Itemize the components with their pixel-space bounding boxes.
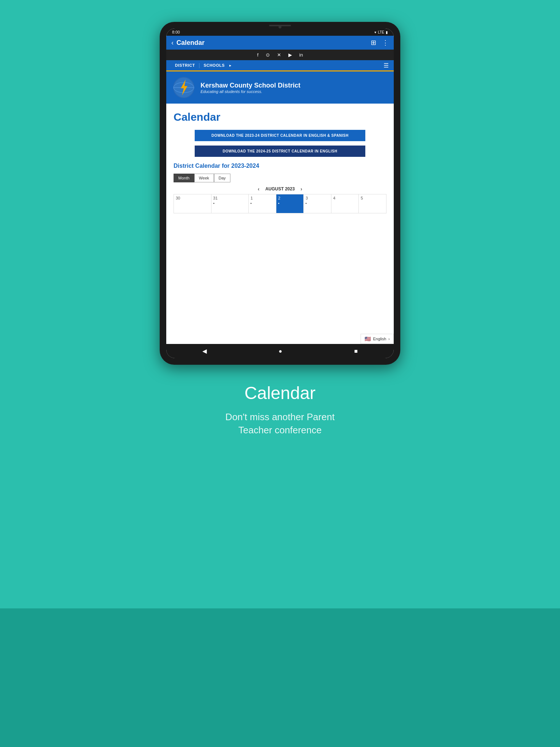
status-icons: ▾ LTE ▮ [374, 30, 388, 34]
home-nav-btn[interactable]: ● [279, 348, 282, 355]
youtube-icon[interactable]: ▶ [288, 52, 292, 58]
event-dot [278, 203, 279, 204]
section-title: District Calendar for 2023-2024 [174, 163, 386, 169]
hamburger-icon[interactable]: ☰ [384, 62, 389, 69]
nav-schools[interactable]: SCHOOLS ▸ [200, 60, 232, 70]
calendar-cell-1[interactable]: 1 [249, 194, 276, 213]
school-logo [173, 77, 195, 98]
date-31: 31 [213, 196, 247, 200]
calendar-cell-31[interactable]: 31 [211, 194, 249, 213]
app-header: ‹ Calendar ⊞ ⋮ [166, 36, 394, 50]
calendar-grid: 30 31 1 2 [174, 194, 386, 213]
calendar-view-controls: Month Week Day [174, 174, 386, 182]
school-info: Kershaw County School District Educating… [201, 82, 300, 94]
recents-nav-btn[interactable]: ■ [354, 348, 358, 355]
language-bar[interactable]: 🇺🇸 English › [361, 334, 394, 344]
us-flag-icon: 🇺🇸 [365, 336, 371, 342]
date-4: 4 [333, 196, 357, 200]
status-bar: 8:00 ▾ LTE ▮ [166, 28, 394, 36]
school-name: Kershaw County School District [201, 82, 300, 89]
nav-bar: DISTRICT | SCHOOLS ▸ ☰ [166, 60, 394, 71]
event-dot [306, 203, 307, 204]
download-btn-1[interactable]: DOWNLOAD THE 2023-24 DISTRICT CALENDAR I… [195, 130, 365, 141]
download-btn-2[interactable]: DOWNLOAD THE 2024-25 DISTRICT CALENDAR I… [195, 146, 365, 157]
school-header: Kershaw County School District Educating… [166, 71, 394, 104]
nav-schools-arrow: ▸ [229, 63, 232, 68]
event-dot [250, 203, 252, 204]
camera [279, 26, 281, 28]
social-bar: f ⊙ ✕ ▶ in [166, 50, 394, 60]
linkedin-icon[interactable]: in [299, 52, 303, 58]
twitter-icon[interactable]: ✕ [277, 52, 281, 58]
main-content: Calendar DOWNLOAD THE 2023-24 DISTRICT C… [166, 104, 394, 344]
calendar-cell-3[interactable]: 3 [304, 194, 331, 213]
school-motto: Educating all students for success. [201, 89, 300, 94]
calendar-row: 30 31 1 2 [174, 194, 386, 213]
calendar-cell-30[interactable]: 30 [174, 194, 211, 213]
app-title: Calendar [176, 39, 371, 47]
event-dot [213, 203, 214, 204]
next-month-btn[interactable]: › [300, 186, 302, 192]
facebook-icon[interactable]: f [257, 52, 258, 58]
calendar-cell-4[interactable]: 4 [331, 194, 359, 213]
tablet-device: 8:00 ▾ LTE ▮ ‹ Calendar ⊞ ⋮ f ⊙ ✕ ▶ in [160, 22, 400, 365]
day-view-btn[interactable]: Day [214, 174, 231, 182]
calendar-nav: ‹ AUGUST 2023 › [174, 186, 386, 192]
lte-label: LTE [378, 30, 384, 34]
filter-icon[interactable]: ⊞ [371, 39, 376, 47]
status-time: 8:00 [172, 30, 180, 34]
month-view-btn[interactable]: Month [174, 174, 194, 182]
nav-district[interactable]: DISTRICT [171, 60, 199, 70]
battery-icon: ▮ [386, 30, 388, 34]
wifi-icon: ▾ [374, 30, 376, 34]
more-icon[interactable]: ⋮ [382, 39, 389, 47]
calendar-cell-2-today[interactable]: 2 [276, 194, 304, 213]
month-year-label: AUGUST 2023 [265, 186, 295, 191]
date-2: 2 [278, 196, 302, 200]
date-1: 1 [250, 196, 274, 200]
back-button[interactable]: ‹ [171, 39, 174, 47]
instagram-icon[interactable]: ⊙ [266, 52, 270, 58]
bottom-app-desc: Don't miss another ParentTeacher confere… [225, 410, 335, 437]
date-3: 3 [306, 196, 329, 200]
header-icons: ⊞ ⋮ [371, 39, 389, 47]
page-title: Calendar [174, 111, 386, 123]
nav-schools-label: SCHOOLS [200, 60, 228, 70]
bottom-app-title: Calendar [225, 383, 335, 403]
language-arrow: › [388, 337, 390, 341]
week-view-btn[interactable]: Week [194, 174, 214, 182]
bottom-section: Calendar Don't miss another ParentTeache… [189, 383, 371, 437]
bottom-nav: ◀ ● ■ [166, 344, 394, 358]
date-30: 30 [176, 196, 209, 200]
date-5: 5 [361, 196, 384, 200]
calendar-cell-5[interactable]: 5 [359, 194, 386, 213]
language-label: English [373, 337, 386, 341]
prev-month-btn[interactable]: ‹ [258, 186, 260, 192]
back-nav-btn[interactable]: ◀ [202, 348, 207, 355]
tablet-screen: 8:00 ▾ LTE ▮ ‹ Calendar ⊞ ⋮ f ⊙ ✕ ▶ in [166, 28, 394, 358]
